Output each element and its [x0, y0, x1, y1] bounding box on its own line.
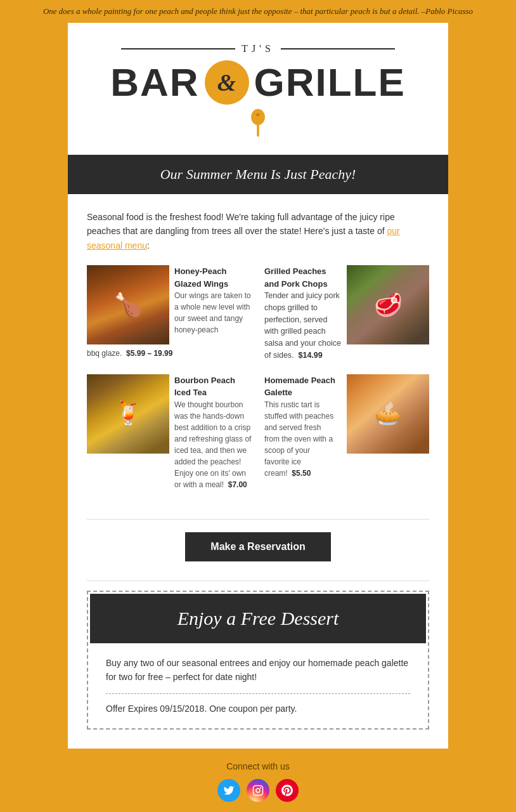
- svg-rect-2: [256, 114, 259, 116]
- pork-price: $14.99: [299, 351, 323, 360]
- pork-image: 🥩: [347, 265, 429, 344]
- svg-point-5: [260, 787, 261, 789]
- svg-point-4: [256, 789, 260, 792]
- logo-bar-text: BAR: [110, 60, 199, 105]
- coupon-body: Buy any two of our seasonal entrees and …: [90, 643, 426, 727]
- tea-icon: 🍹: [114, 400, 143, 427]
- svg-point-1: [251, 109, 265, 125]
- menu-item-galette: Homemade Peach Galette This rustic tart …: [264, 374, 429, 490]
- footer-url: www.heritagechristiancollege.com: [81, 808, 435, 812]
- logo-ampersand-circle: &: [205, 60, 249, 105]
- galette-image: 🥧: [347, 374, 429, 454]
- tea-name: Bourbon Peach Iced Tea: [174, 374, 252, 399]
- menu-item-wings: 🍗 Honey-Peach Glazed Wings Our wings are…: [87, 265, 252, 362]
- menu-row-2: 🍹 Bourbon Peach Iced Tea We thought bour…: [87, 374, 429, 490]
- top-banner-quote: One does a whole painting for one peach …: [43, 6, 473, 16]
- galette-desc: This rustic tart is stuffed with peaches…: [264, 399, 337, 479]
- tea-content: 🍹 Bourbon Peach Iced Tea We thought bour…: [87, 374, 252, 490]
- intro-text-before: Seasonal food is the freshest food! We'r…: [87, 212, 395, 236]
- galette-price: $5.50: [292, 469, 311, 478]
- logo-tjs: TJ'S: [242, 43, 274, 55]
- svg-rect-3: [254, 786, 263, 796]
- footer-wrapper: Connect with us: [68, 749, 448, 812]
- svg-rect-0: [257, 124, 259, 136]
- pinterest-icon[interactable]: [276, 779, 299, 802]
- coupon-expiry: Offer Expires 09/15/2018. One coupon per…: [106, 693, 410, 714]
- galette-content: Homemade Peach Galette This rustic tart …: [264, 374, 429, 479]
- content-section: Seasonal food is the freshest food! We'r…: [68, 194, 448, 519]
- tea-info: Bourbon Peach Iced Tea We thought bourbo…: [174, 374, 252, 490]
- reservation-section: Make a Reservation: [68, 520, 448, 580]
- wings-price: $5.99 – 19.99: [126, 349, 172, 358]
- pork-name: Grilled Peaches and Pork Chops: [264, 265, 342, 290]
- galette-name: Homemade Peach Galette: [264, 374, 337, 399]
- logo-bar-grille-row: BAR & GRILLE: [81, 60, 435, 105]
- logo-section: TJ'S BAR & GRILLE: [68, 23, 448, 155]
- footer-connect-label: Connect with us: [81, 761, 435, 771]
- pork-desc: Tender and juicy pork chops grilled to p…: [264, 290, 342, 362]
- coupon-header: Enjoy a Free Dessert: [90, 594, 426, 643]
- coupon-title: Enjoy a Free Dessert: [104, 608, 412, 629]
- galette-icon: 🥧: [374, 400, 403, 427]
- intro-paragraph: Seasonal food is the freshest food! We'r…: [87, 210, 429, 252]
- email-container: TJ'S BAR & GRILLE Our Summer Men: [68, 23, 448, 812]
- menu-item-pork: Grilled Peaches and Pork Chops Tender an…: [264, 265, 429, 362]
- coupon-inner: Enjoy a Free Dessert Buy any two of our …: [90, 594, 426, 727]
- wings-name: Honey-Peach Glazed Wings: [174, 265, 252, 290]
- wings-desc-below: bbq glaze. $5.99 – 19.99: [87, 348, 252, 359]
- logo-grille-text: GRILLE: [254, 60, 406, 105]
- page-wrapper: One does a whole painting for one peach …: [0, 0, 516, 812]
- spatula-icon: [81, 108, 435, 142]
- logo-line-left: [121, 48, 235, 49]
- top-banner: One does a whole painting for one peach …: [0, 0, 516, 23]
- headline-bar: Our Summer Menu Is Just Peachy!: [68, 155, 448, 194]
- pork-content: Grilled Peaches and Pork Chops Tender an…: [264, 265, 429, 362]
- twitter-icon[interactable]: [217, 779, 240, 802]
- galette-info: Homemade Peach Galette This rustic tart …: [264, 374, 342, 479]
- wings-icon: 🍗: [114, 292, 143, 318]
- wings-info: Honey-Peach Glazed Wings Our wings are t…: [174, 265, 252, 344]
- tea-image: 🍹: [87, 374, 169, 454]
- social-icons-row: [81, 779, 435, 802]
- footer-section: Connect with us: [68, 749, 448, 812]
- wings-image: 🍗: [87, 265, 169, 344]
- tea-desc: We thought bourbon was the hands-down be…: [174, 399, 252, 490]
- coupon-section: Enjoy a Free Dessert Buy any two of our …: [68, 581, 448, 749]
- logo-top-lines: TJ'S: [81, 43, 435, 55]
- menu-row-1: 🍗 Honey-Peach Glazed Wings Our wings are…: [87, 265, 429, 362]
- wings-content: 🍗 Honey-Peach Glazed Wings Our wings are…: [87, 265, 252, 344]
- reservation-button[interactable]: Make a Reservation: [185, 532, 330, 561]
- coupon-description: Buy any two of our seasonal entrees and …: [106, 656, 410, 684]
- logo-line-right: [281, 48, 395, 49]
- headline-text: Our Summer Menu Is Just Peachy!: [81, 166, 435, 183]
- coupon-outer-border: Enjoy a Free Dessert Buy any two of our …: [87, 591, 429, 730]
- menu-item-tea: 🍹 Bourbon Peach Iced Tea We thought bour…: [87, 374, 252, 490]
- logo-ampersand: &: [217, 69, 236, 96]
- tea-price: $7.00: [228, 480, 247, 489]
- instagram-icon[interactable]: [247, 779, 269, 802]
- pork-info: Grilled Peaches and Pork Chops Tender an…: [264, 265, 347, 362]
- intro-text-after: :: [147, 240, 150, 251]
- wings-desc-short: Our wings are taken to a whole new level…: [174, 290, 252, 336]
- pork-icon: 🥩: [374, 292, 403, 318]
